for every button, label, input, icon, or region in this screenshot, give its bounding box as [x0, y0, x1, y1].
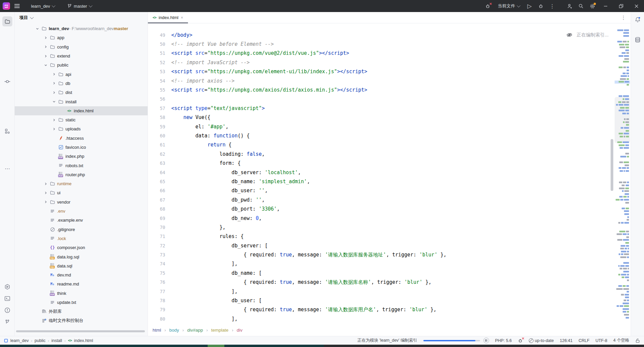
code-line-54[interactable]: 54<!-- import axios -->: [148, 76, 631, 85]
line-number[interactable]: 75: [148, 270, 165, 276]
chevron-right-icon[interactable]: [52, 91, 56, 94]
unlock-icon[interactable]: [635, 338, 640, 343]
code-line-55[interactable]: 55<script src="https://unpkg.com/axios/d…: [148, 85, 631, 94]
line-number[interactable]: 71: [148, 234, 165, 239]
chevron-down-icon[interactable]: [44, 64, 47, 67]
tree-item-robots.txt[interactable]: robots.txt: [15, 161, 148, 170]
code-line-67[interactable]: 67 db_pwd: '',: [148, 195, 631, 204]
chevron-right-icon[interactable]: [52, 82, 56, 85]
profiler-disabled-button[interactable]: ✕: [482, 1, 493, 11]
more-actions-button[interactable]: ⋮: [547, 1, 558, 11]
line-number[interactable]: 49: [148, 32, 165, 38]
line-separator-widget[interactable]: CRLF: [579, 338, 590, 343]
tree-item-vendor[interactable]: vendor: [15, 198, 148, 207]
structure-toolwindow-button[interactable]: [2, 126, 12, 136]
indent-widget[interactable]: 4 个空格: [613, 338, 629, 343]
tree-item-favicon.ico[interactable]: favicon.ico: [15, 143, 148, 152]
search-everywhere-button[interactable]: [575, 1, 587, 11]
code-editor[interactable]: 49</body>50<!-- import Vue before Elemen…: [148, 24, 631, 324]
code-line-50[interactable]: 50<!-- import Vue before Element -->: [148, 39, 631, 48]
tree-item-think[interactable]: PHPthink: [15, 289, 148, 298]
chevron-right-icon[interactable]: [52, 118, 56, 122]
line-number[interactable]: 53: [148, 69, 165, 74]
line-number[interactable]: 77: [148, 289, 165, 294]
chevron-right-icon[interactable]: [52, 73, 56, 76]
tree-item-update.txt[interactable]: update.txt: [15, 298, 148, 307]
status-crumb-install[interactable]: install: [51, 338, 62, 343]
tree-item-install[interactable]: install: [15, 97, 148, 106]
tree-item-db[interactable]: db: [15, 79, 148, 88]
line-number[interactable]: 51: [148, 50, 165, 56]
tree-item--[interactable]: 临时文件和控制台: [15, 316, 148, 325]
settings-button[interactable]: [587, 1, 598, 11]
project-toolwindow-button[interactable]: [2, 16, 12, 26]
line-number[interactable]: 68: [148, 206, 165, 212]
tree-item-config[interactable]: config: [15, 42, 148, 51]
tree-item-index.php[interactable]: PHPindex.php: [15, 152, 148, 161]
git-toolwindow-button[interactable]: [2, 317, 12, 327]
php-version-widget[interactable]: PHP: 5.6: [495, 338, 512, 343]
restore-button[interactable]: [613, 0, 629, 12]
run-configuration-selector[interactable]: 当前文件: [495, 1, 522, 11]
project-widget[interactable]: learn_dev: [29, 1, 57, 11]
status-crumb-project[interactable]: learn_dev: [10, 338, 29, 343]
breadcrumb-body[interactable]: body: [169, 328, 179, 333]
chevron-down-icon[interactable]: [30, 15, 34, 19]
tree-item-extend[interactable]: extend: [15, 51, 148, 61]
line-number[interactable]: 54: [148, 78, 165, 84]
close-button[interactable]: [629, 0, 644, 12]
tree-item-api[interactable]: api: [15, 70, 148, 79]
chevron-right-icon[interactable]: [44, 200, 47, 204]
code-line-78[interactable]: 78 db_user: [: [148, 296, 631, 305]
problems-toolwindow-button[interactable]: [2, 305, 12, 315]
tree-item-static[interactable]: static: [15, 115, 148, 124]
code-line-74[interactable]: 74 ],: [148, 259, 631, 268]
line-number[interactable]: 79: [148, 307, 165, 312]
line-number[interactable]: 72: [148, 243, 165, 248]
tree-item-data.sql[interactable]: SQLdata.sql: [15, 261, 148, 270]
line-number[interactable]: 67: [148, 197, 165, 203]
line-number[interactable]: 57: [148, 106, 165, 111]
code-line-60[interactable]: 60 data: function() {: [148, 131, 631, 140]
tree-item-data.log.sql[interactable]: SQLdata.log.sql: [15, 252, 148, 261]
tab-close-icon[interactable]: ×: [181, 15, 183, 20]
tree-item-.env[interactable]: .env: [15, 207, 148, 216]
line-number[interactable]: 74: [148, 261, 165, 266]
breadcrumb-div[interactable]: div: [237, 328, 242, 333]
tree-item-dev.md[interactable]: M↓dev.md: [15, 270, 148, 279]
code-line-75[interactable]: 75 db_name: [: [148, 268, 631, 277]
line-number[interactable]: 50: [148, 41, 165, 47]
code-line-72[interactable]: 72 db_server: [: [148, 241, 631, 250]
highlighting-off-eye-icon[interactable]: [566, 32, 573, 38]
tree-item-router.php[interactable]: PHProuter.php: [15, 170, 148, 179]
chevron-right-icon[interactable]: [44, 36, 47, 39]
editor-vertical-scrollbar[interactable]: [611, 139, 613, 191]
code-line-56[interactable]: 56: [148, 95, 631, 104]
code-line-61[interactable]: 61 return {: [148, 140, 631, 149]
notifications-button[interactable]: [633, 15, 643, 25]
code-line-66[interactable]: 66 db_user: '',: [148, 186, 631, 195]
tab-index-html[interactable]: <> index.html ×: [148, 12, 188, 23]
line-number[interactable]: 64: [148, 170, 165, 175]
line-number[interactable]: 63: [148, 160, 165, 166]
code-line-63[interactable]: 63 form: {: [148, 158, 631, 167]
status-crumb-public[interactable]: public: [35, 338, 46, 343]
more-toolwindows-button[interactable]: ⋯: [2, 163, 12, 174]
vcs-branch-widget[interactable]: master: [65, 1, 94, 11]
chevron-right-icon[interactable]: [44, 45, 47, 48]
tree-item-dist[interactable]: dist: [15, 88, 148, 97]
code-line-52[interactable]: 52<!-- import JavaScript -->: [148, 58, 631, 67]
chevron-down-icon[interactable]: [52, 100, 56, 103]
breadcrumb-template[interactable]: template: [211, 328, 229, 333]
tree-horizontal-scrollbar[interactable]: [16, 330, 145, 332]
status-crumb-file[interactable]: index.html: [74, 338, 93, 343]
tree-item-public[interactable]: public: [15, 61, 148, 70]
code-line-80[interactable]: 80 ],: [148, 314, 631, 323]
line-number[interactable]: 56: [148, 96, 165, 102]
code-minimap[interactable]: [615, 24, 630, 324]
line-number[interactable]: 65: [148, 179, 165, 184]
line-number[interactable]: 76: [148, 279, 165, 285]
tree-item-ui[interactable]: ui: [15, 188, 148, 197]
line-number[interactable]: 58: [148, 115, 165, 120]
line-number[interactable]: 66: [148, 188, 165, 193]
